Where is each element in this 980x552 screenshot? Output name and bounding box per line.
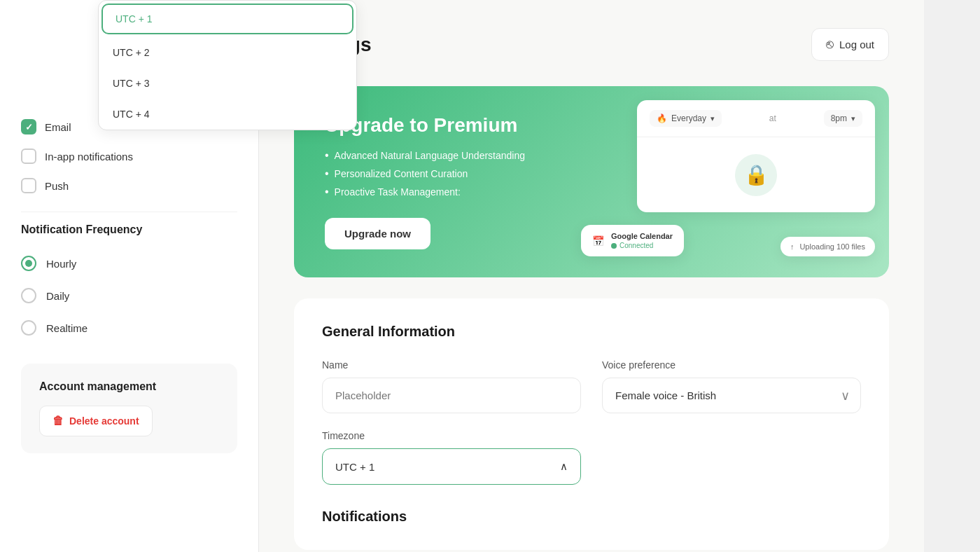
sidebar: UTC + 1 UTC + 2 UTC + 3 UTC + 4 Email In… [0,0,259,552]
radio-daily-circle[interactable] [21,288,36,303]
radio-hourly[interactable]: Hourly [21,249,237,278]
checkbox-inapp[interactable]: In-app notifications [21,142,237,171]
premium-feature-2: Personalized Content Curation [325,167,858,180]
premium-banner: Upgrade to Premium Advanced Natural Lang… [294,86,889,277]
timezone-option-1[interactable]: UTC + 1 [102,4,354,34]
premium-feature-3: Proactive Task Management: [325,186,858,198]
radio-daily-label: Daily [46,290,69,302]
form-row-name-voice: Name Voice preference Female voice - Bri… [322,359,861,413]
premium-feature-1: Advanced Natural Language Understanding [325,149,858,162]
voice-select-wrapper: Female voice - British ∨ [602,378,861,413]
checkbox-email-box[interactable] [21,119,36,134]
upgrade-now-button[interactable]: Upgrade now [325,218,430,249]
main-header: Settings ⎋ Log out [294,28,889,61]
form-group-voice: Voice preference Female voice - British … [602,359,861,413]
radio-hourly-label: Hourly [46,258,76,270]
account-management-title: Account management [39,380,219,393]
timezone-label: Timezone [322,430,581,441]
radio-realtime[interactable]: Realtime [21,313,237,343]
checkbox-inapp-box[interactable] [21,149,36,164]
name-input[interactable] [322,378,581,413]
chevron-up-icon: ∧ [560,460,568,473]
logout-icon: ⎋ [826,37,834,52]
checkbox-push-box[interactable] [21,178,36,193]
main-content: Settings ⎋ Log out Upgrade to Premium Ad… [259,0,924,552]
form-group-name: Name [322,359,581,413]
notifications-section-title: Notifications [322,502,861,525]
delete-account-label: Delete account [69,415,139,427]
frequency-options: Hourly Daily Realtime [21,249,237,343]
form-group-timezone: Timezone UTC + 1 ∧ [322,430,581,485]
timezone-option-3[interactable]: UTC + 3 [99,68,356,99]
general-info-title: General Information [322,324,861,340]
logout-label: Log out [839,39,874,50]
divider-1 [21,212,237,212]
delete-account-button[interactable]: 🗑 Delete account [39,406,153,436]
premium-left: Upgrade to Premium Advanced Natural Lang… [325,114,858,249]
timezone-select-open[interactable]: UTC + 1 ∧ [322,448,581,485]
checkbox-push-label: Push [45,180,69,192]
checkbox-email-label: Email [45,121,71,133]
timezone-option-4[interactable]: UTC + 4 [99,99,356,130]
trash-icon: 🗑 [52,415,64,427]
name-label: Name [322,359,581,371]
radio-daily[interactable]: Daily [21,281,237,310]
checkbox-push[interactable]: Push [21,171,237,200]
account-management-box: Account management 🗑 Delete account [21,364,237,453]
premium-title: Upgrade to Premium [325,114,858,137]
general-info-card: General Information Name Voice preferenc… [294,298,889,550]
radio-realtime-label: Realtime [46,322,88,334]
timezone-value: UTC + 1 [335,461,374,473]
timezone-option-2[interactable]: UTC + 2 [99,37,356,68]
checkbox-inapp-label: In-app notifications [45,151,133,163]
form-row-timezone: Timezone UTC + 1 ∧ [322,430,861,485]
sidebar-content: Email In-app notifications Push Notifica… [0,98,258,467]
logout-button[interactable]: ⎋ Log out [811,28,889,61]
right-panel [924,0,980,552]
voice-select[interactable]: Female voice - British [602,378,861,413]
frequency-title: Notification Frequency [21,223,237,236]
timezone-dropdown[interactable]: UTC + 1 UTC + 2 UTC + 3 UTC + 4 [98,0,357,130]
form-group-empty [602,430,861,485]
premium-features: Advanced Natural Language Understanding … [325,149,858,198]
voice-label: Voice preference [602,359,861,371]
radio-realtime-circle[interactable] [21,320,36,336]
radio-hourly-circle[interactable] [21,256,36,271]
